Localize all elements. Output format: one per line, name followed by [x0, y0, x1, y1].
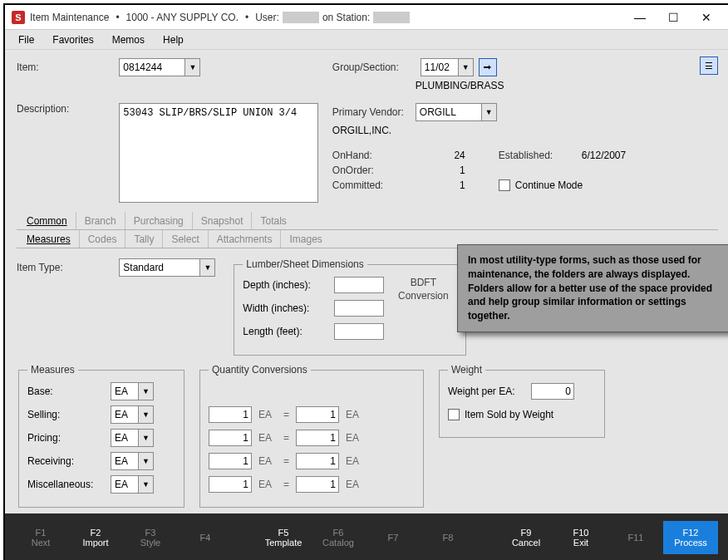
qty-right-input[interactable]: [296, 476, 339, 493]
fkey-f3[interactable]: F3Style: [123, 521, 178, 554]
fkey-f9[interactable]: F9Cancel: [499, 521, 553, 554]
description-textarea[interactable]: 53043 SLIP/BRS/SLIP UNION 3/4: [119, 103, 318, 203]
menu-file[interactable]: File: [10, 32, 42, 48]
fkey-f6[interactable]: F6Catalog: [311, 521, 366, 554]
continue-mode-checkbox[interactable]: [499, 179, 510, 191]
fkey-label: Catalog: [311, 538, 366, 548]
chevron-down-icon[interactable]: ▼: [184, 59, 199, 76]
width-input[interactable]: [334, 300, 384, 317]
fkey-code: F8: [421, 533, 475, 543]
vendor-input[interactable]: [416, 104, 481, 120]
bdft-label: BDFT Conversion: [394, 277, 452, 302]
fkey-f5[interactable]: F5Template: [256, 521, 311, 554]
fkey-code: F1: [13, 528, 68, 538]
qty-right-input[interactable]: [296, 453, 339, 469]
help-tooltip: In most utility-type forms, such as thos…: [457, 244, 728, 332]
tab-totals[interactable]: Totals: [252, 212, 294, 229]
list-view-button[interactable]: ☰: [700, 56, 718, 75]
sold-by-weight-checkbox[interactable]: [448, 409, 460, 420]
title-station-redacted: [373, 12, 410, 23]
vendor-combo[interactable]: ▼: [416, 103, 497, 121]
chevron-down-icon[interactable]: ▼: [458, 59, 473, 76]
measure-combo[interactable]: ▼: [111, 452, 154, 470]
depth-input[interactable]: [334, 277, 384, 293]
fkey-code: F5: [256, 528, 311, 538]
measure-input[interactable]: [111, 406, 138, 423]
vendor-description: ORGILL,INC.: [332, 125, 718, 136]
qty-left-input[interactable]: [209, 406, 252, 423]
equals-label: =: [283, 409, 289, 420]
close-button[interactable]: ✕: [690, 6, 723, 29]
group-input[interactable]: [421, 59, 458, 76]
qty-left-input[interactable]: [209, 476, 252, 493]
fkey-f2[interactable]: F2Import: [68, 521, 123, 554]
menu-help[interactable]: Help: [155, 32, 192, 48]
itemtype-input[interactable]: [120, 259, 199, 276]
minimize-button[interactable]: —: [623, 6, 657, 29]
measure-input[interactable]: [111, 430, 138, 446]
measure-input[interactable]: [111, 383, 138, 400]
chevron-down-icon[interactable]: ▼: [138, 453, 153, 469]
tab-snapshot[interactable]: Snapshot: [193, 212, 253, 229]
tab-images[interactable]: Images: [281, 230, 330, 248]
maximize-button[interactable]: ☐: [657, 6, 690, 29]
chevron-down-icon[interactable]: ▼: [138, 383, 153, 400]
established-label: Established:: [499, 150, 582, 161]
group-lookup-button[interactable]: ⮕: [479, 58, 497, 76]
tab-select[interactable]: Select: [163, 230, 208, 248]
measure-input[interactable]: [111, 453, 138, 469]
equals-label: =: [283, 432, 289, 444]
menu-favorites[interactable]: Favorites: [44, 32, 101, 48]
tab-tally[interactable]: Tally: [125, 230, 163, 248]
measure-label: Pricing:: [27, 432, 111, 444]
qty-left-input[interactable]: [209, 430, 252, 446]
qty-left-input[interactable]: [209, 453, 252, 469]
chevron-down-icon[interactable]: ▼: [138, 406, 153, 423]
fkey-f12[interactable]: F12Process: [663, 521, 718, 554]
length-input[interactable]: [334, 323, 384, 340]
measure-combo[interactable]: ▼: [111, 429, 154, 447]
measure-row: Pricing:▼: [27, 429, 175, 447]
qty-right-input[interactable]: [296, 430, 339, 446]
title-user-redacted: [283, 12, 319, 23]
fkey-code: F2: [68, 528, 123, 538]
qty-right-input[interactable]: [296, 406, 339, 423]
qty-right-unit: EA: [346, 409, 359, 420]
onhand-value: 24: [432, 150, 465, 161]
measure-input[interactable]: [111, 476, 138, 493]
chevron-down-icon[interactable]: ▼: [138, 476, 153, 493]
weight-input[interactable]: [531, 383, 574, 400]
chevron-down-icon[interactable]: ▼: [481, 104, 496, 120]
fkey-f11[interactable]: F11: [608, 526, 663, 549]
width-label: Width (inches):: [243, 302, 326, 314]
qty-left-unit: EA: [258, 432, 277, 444]
group-combo[interactable]: ▼: [421, 58, 474, 76]
measure-combo[interactable]: ▼: [111, 475, 154, 494]
measure-combo[interactable]: ▼: [111, 382, 154, 400]
item-combo[interactable]: ▼: [119, 58, 200, 76]
lumber-fieldset: Lumber/Sheet Dimensions Depth (inches): …: [234, 258, 466, 356]
itemtype-combo[interactable]: ▼: [119, 258, 215, 277]
item-input[interactable]: [120, 59, 184, 76]
fkey-f7[interactable]: F7: [366, 526, 421, 549]
tab-measures[interactable]: Measures: [18, 230, 80, 248]
tab-attachments[interactable]: Attachments: [209, 230, 282, 248]
depth-label: Depth (inches):: [243, 279, 326, 291]
fkey-f8[interactable]: F8: [421, 526, 475, 549]
group-label: Group/Section:: [332, 61, 416, 73]
menu-memos[interactable]: Memos: [104, 32, 153, 48]
qty-left-unit: EA: [258, 479, 277, 490]
measure-combo[interactable]: ▼: [111, 405, 154, 424]
tab-codes[interactable]: Codes: [80, 230, 126, 248]
chevron-down-icon[interactable]: ▼: [138, 430, 153, 446]
tab-purchasing[interactable]: Purchasing: [125, 212, 193, 229]
fkey-code: F9: [499, 528, 553, 538]
measure-label: Selling:: [27, 409, 111, 420]
chevron-down-icon[interactable]: ▼: [199, 259, 214, 276]
fkey-f10[interactable]: F10Exit: [553, 521, 608, 554]
tab-common[interactable]: Common: [18, 212, 76, 229]
tab-branch[interactable]: Branch: [76, 212, 125, 229]
fkey-label: Import: [68, 538, 123, 548]
fkey-f1[interactable]: F1Next: [13, 521, 68, 554]
fkey-f4[interactable]: F4: [178, 526, 233, 549]
